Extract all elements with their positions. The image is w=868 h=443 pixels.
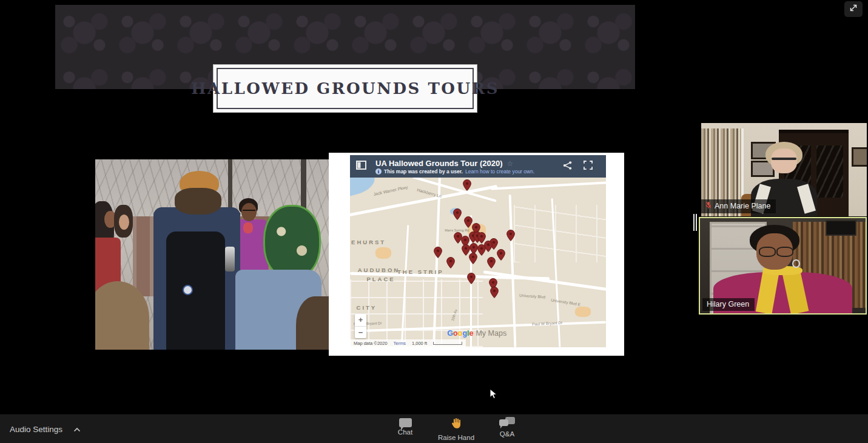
patterned-head-scarf xyxy=(263,205,321,279)
qa-bubbles-icon xyxy=(499,417,515,429)
shared-screen-stage: HALLOWED GROUNDS TOURS xyxy=(0,0,693,414)
fullscreen-toggle-button[interactable] xyxy=(844,1,863,17)
chat-bubble-icon xyxy=(399,418,412,427)
map-label: University Blvd E xyxy=(551,298,581,307)
map-label: THE STRIP xyxy=(397,268,444,275)
meeting-toolbar: Audio Settings Chat Raise Hand Q&A Leave xyxy=(0,414,868,443)
map-title: UA Hallowed Grounds Tour (2020)☆ xyxy=(375,159,513,168)
map-card: UA Hallowed Grounds Tour (2020)☆ i This … xyxy=(329,153,624,356)
participant-name: Hilary Green xyxy=(707,300,749,308)
video-tile-hilary-green[interactable]: Hilary Green xyxy=(699,217,867,315)
map-pin xyxy=(463,179,471,191)
map-sidebar-toggle-icon[interactable] xyxy=(356,161,366,172)
map-attribution: Map data ©2020 Terms 1,000 ft xyxy=(350,339,466,347)
map-label: University Blvd xyxy=(519,293,545,299)
participant-name-tag: Ann Marie Plane xyxy=(701,199,776,213)
map-pin xyxy=(446,257,455,268)
map-fullscreen-icon[interactable] xyxy=(584,161,593,172)
raise-hand-label: Raise Hand xyxy=(438,434,474,441)
map-pin xyxy=(487,257,496,268)
map-pin xyxy=(467,273,476,284)
black-backpack xyxy=(166,231,224,350)
google-logo: Google xyxy=(447,329,473,338)
map-label: Marrs Spring Rd xyxy=(445,228,469,232)
slide-title: HALLOWED GROUNDS TOURS xyxy=(191,79,499,98)
map-pin xyxy=(490,287,499,298)
share-icon[interactable] xyxy=(563,161,572,173)
scale-label: 1,000 ft xyxy=(412,341,427,346)
map-pin xyxy=(469,253,477,264)
map-pin xyxy=(484,241,493,252)
participant-name: Ann Marie Plane xyxy=(715,202,770,210)
map-pin xyxy=(434,247,442,258)
framed-picture xyxy=(826,220,856,236)
raised-hand-icon xyxy=(449,416,463,433)
map-header: UA Hallowed Grounds Tour (2020)☆ i This … xyxy=(350,155,606,178)
qa-label: Q&A xyxy=(500,430,514,438)
map-label: AUDUBON xyxy=(358,267,400,273)
map-pin xyxy=(464,216,473,228)
map-body: EHURSTAUDUBONPLACETHE STRIPCITY Jack War… xyxy=(350,178,606,347)
participant-name-tag: Hilary Green xyxy=(702,298,755,311)
chevron-up-icon[interactable] xyxy=(73,425,81,434)
map-zoom-in-button[interactable]: + xyxy=(355,314,366,327)
star-icon[interactable]: ☆ xyxy=(506,159,513,168)
muted-mic-icon xyxy=(705,201,712,211)
map-pin xyxy=(453,208,462,220)
map-data-credit: Map data ©2020 xyxy=(354,341,388,346)
google-my-maps-watermark: GoogleMy Maps xyxy=(447,329,506,338)
info-icon: i xyxy=(375,168,382,175)
video-tile-ann-marie-plane[interactable]: Ann Marie Plane xyxy=(701,123,867,216)
glasses xyxy=(772,158,796,160)
audio-settings-button[interactable]: Audio Settings xyxy=(10,415,81,443)
slide-title-box: HALLOWED GROUNDS TOURS xyxy=(213,64,477,113)
map-label: EHURST xyxy=(351,239,386,245)
qa-button[interactable]: Q&A xyxy=(482,415,533,443)
glasses xyxy=(759,247,776,257)
chat-button[interactable]: Chat xyxy=(380,415,431,443)
map-zoom-out-button[interactable]: − xyxy=(355,327,366,339)
expand-arrows-icon xyxy=(848,2,859,16)
audio-settings-label: Audio Settings xyxy=(10,425,62,434)
map-label: CITY xyxy=(357,304,377,311)
sidebar-drag-handle[interactable] xyxy=(693,214,699,231)
map-label: Jack Warner Pkwy xyxy=(373,185,408,196)
raise-hand-button[interactable]: Raise Hand xyxy=(431,415,482,443)
framed-picture xyxy=(852,147,867,167)
scale-bar xyxy=(433,342,462,345)
terms-link[interactable]: Terms xyxy=(394,341,406,346)
map-learn-link[interactable]: Learn how to create your own. xyxy=(465,168,534,175)
map-zoom-control: + − xyxy=(355,314,366,338)
mouse-cursor xyxy=(490,388,497,402)
participant-face xyxy=(771,148,798,174)
map-pin xyxy=(506,230,515,241)
tour-photo xyxy=(95,159,329,350)
map-pin xyxy=(497,249,505,261)
map-label: PLACE xyxy=(366,276,395,282)
map-notice: This map was created by a user. xyxy=(384,168,463,175)
